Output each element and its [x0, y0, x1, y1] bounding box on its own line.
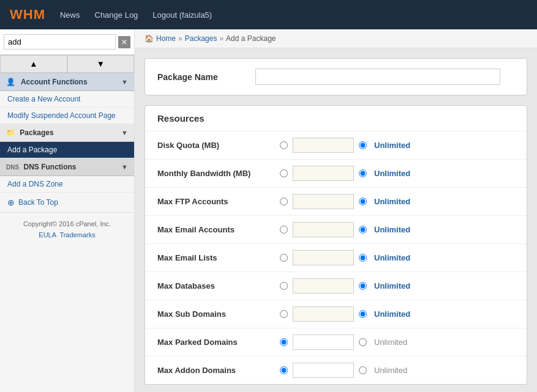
breadcrumb-sep1: » — [178, 34, 182, 43]
resource-input-disk-quota[interactable]: 0 — [293, 138, 354, 153]
resource-radio-unlimited-ftp[interactable] — [359, 198, 367, 205]
eula-link[interactable]: EULA — [39, 231, 56, 239]
nav-up-button[interactable]: ▲ — [0, 55, 67, 73]
dns-functions-icon: DNS — [6, 164, 19, 171]
sidebar: ✕ ▲ ▼ 👤 Account Functions ▼ Create a New… — [0, 29, 135, 392]
dns-functions-toggle: ▼ — [121, 163, 128, 171]
resource-unlimited-email-lists: Unlimited — [374, 253, 410, 262]
resource-unlimited-email-accounts: Unlimited — [374, 225, 410, 234]
resource-input-subdomains[interactable]: 0 — [293, 306, 354, 322]
resource-label-ftp: Max FTP Accounts — [157, 197, 280, 206]
resource-label-email-accounts: Max Email Accounts — [157, 225, 280, 234]
resource-radio-unlimited-email-lists[interactable] — [359, 254, 367, 262]
resource-radio-unlimited-parked[interactable] — [359, 338, 367, 346]
sidebar-item-add-package[interactable]: Add a Package — [0, 142, 134, 158]
resource-radio-unlimited-subdomains[interactable] — [359, 310, 367, 318]
resource-row-parked: Max Parked Domains 0 Unlimited — [145, 328, 527, 357]
breadcrumb-current: Add a Package — [226, 34, 276, 43]
resource-radio-unlimited-databases[interactable] — [359, 282, 367, 290]
account-functions-label: Account Functions — [21, 78, 88, 86]
resource-radio-value-email-lists[interactable] — [280, 254, 288, 262]
resource-radio-value-parked[interactable] — [280, 338, 288, 346]
resource-label-databases: Max Databases — [157, 281, 280, 290]
nav-news[interactable]: News — [60, 10, 80, 20]
resource-radio-value-databases[interactable] — [280, 282, 288, 290]
resource-row-bandwidth: Monthly Bandwidth (MB) 0 Unlimited — [145, 160, 527, 188]
copyright: Copyright© 2016 cPanel, Inc. EULA Tradem… — [0, 213, 134, 246]
packages-toggle: ▼ — [121, 129, 128, 136]
resources-box: Resources Disk Quota (MB) 0 Unlimited Mo… — [145, 105, 527, 385]
resource-controls-bandwidth: 0 Unlimited — [280, 166, 410, 181]
resource-input-bandwidth[interactable]: 0 — [293, 166, 354, 181]
nav-changelog[interactable]: Change Log — [95, 10, 138, 20]
resource-radio-value-subdomains[interactable] — [280, 310, 288, 318]
resource-input-parked[interactable]: 0 — [293, 335, 354, 350]
breadcrumb-home[interactable]: Home — [156, 34, 176, 43]
resource-input-databases[interactable]: 0 — [293, 278, 354, 294]
resource-input-email-accounts[interactable]: 0 — [293, 222, 354, 237]
search-input[interactable] — [4, 34, 116, 50]
resource-unlimited-parked: Unlimited — [374, 338, 407, 347]
sidebar-item-add-dns-zone[interactable]: Add a DNS Zone — [0, 176, 134, 193]
layout: ✕ ▲ ▼ 👤 Account Functions ▼ Create a New… — [0, 29, 537, 392]
resource-controls-ftp: 0 Unlimited — [280, 194, 410, 209]
main-content: 🏠 Home » Packages » Add a Package Packag… — [135, 29, 537, 392]
resource-input-email-lists[interactable]: 0 — [293, 250, 354, 265]
resource-controls-databases: 0 Unlimited — [280, 278, 410, 294]
sidebar-item-create-account[interactable]: Create a New Account — [0, 91, 134, 108]
packages-folder-icon: 📁 — [6, 128, 15, 137]
resource-label-parked: Max Parked Domains — [157, 338, 280, 347]
nav-down-button[interactable]: ▼ — [67, 55, 135, 73]
back-to-top[interactable]: ⊕ Back To Top — [0, 193, 134, 213]
resource-row-ftp: Max FTP Accounts 0 Unlimited — [145, 188, 527, 216]
resource-input-ftp[interactable]: 0 — [293, 194, 354, 209]
resource-radio-value-email-accounts[interactable] — [280, 226, 288, 234]
resource-unlimited-disk-quota: Unlimited — [374, 141, 410, 150]
resource-unlimited-databases: Unlimited — [374, 281, 410, 290]
resource-radio-value-ftp[interactable] — [280, 198, 288, 205]
dns-functions-header[interactable]: DNS DNS Functions ▼ — [0, 158, 134, 176]
breadcrumb-packages[interactable]: Packages — [185, 34, 217, 43]
nav-arrows: ▲ ▼ — [0, 55, 134, 73]
resource-label-disk-quota: Disk Quota (MB) — [157, 141, 280, 150]
resource-input-addon[interactable]: 0 — [293, 363, 354, 378]
resource-label-addon: Max Addon Domains — [157, 366, 280, 375]
resource-row-subdomains: Max Sub Domains 0 Unlimited — [145, 300, 527, 328]
resource-label-email-lists: Max Email Lists — [157, 253, 280, 262]
resource-radio-unlimited-addon[interactable] — [359, 366, 367, 374]
breadcrumb: 🏠 Home » Packages » Add a Package — [135, 29, 537, 48]
trademarks-link[interactable]: Trademarks — [59, 231, 95, 239]
account-functions-header[interactable]: 👤 Account Functions ▼ — [0, 73, 134, 91]
logo: WHM — [10, 7, 45, 23]
resource-row-email-accounts: Max Email Accounts 0 Unlimited — [145, 216, 527, 244]
resource-label-bandwidth: Monthly Bandwidth (MB) — [157, 169, 280, 178]
nav-logout[interactable]: Logout (faizula5) — [152, 10, 212, 20]
content-area: Package Name Resources Disk Quota (MB) 0… — [135, 48, 537, 392]
resource-radio-value-addon[interactable] — [280, 366, 288, 374]
header: WHM News Change Log Logout (faizula5) — [0, 0, 537, 29]
copyright-text: Copyright© 2016 cPanel, Inc. — [23, 220, 111, 227]
resource-controls-email-accounts: 0 Unlimited — [280, 222, 410, 237]
package-name-label: Package Name — [157, 72, 243, 82]
resource-controls-addon: 0 Unlimited — [280, 363, 407, 378]
resource-unlimited-bandwidth: Unlimited — [374, 169, 410, 178]
logo-text: WHM — [10, 7, 45, 22]
resource-row-databases: Max Databases 0 Unlimited — [145, 272, 527, 300]
resource-radio-unlimited-disk-quota[interactable] — [359, 141, 367, 149]
resource-radio-value-bandwidth[interactable] — [280, 169, 288, 177]
resource-radio-unlimited-email-accounts[interactable] — [359, 226, 367, 234]
sidebar-item-modify-suspended[interactable]: Modify Suspended Account Page — [0, 108, 134, 124]
search-clear-button[interactable]: ✕ — [118, 36, 130, 48]
dns-functions-label: DNS Functions — [23, 163, 76, 171]
package-name-input[interactable] — [255, 68, 500, 85]
resource-radio-unlimited-bandwidth[interactable] — [359, 169, 367, 177]
resource-controls-disk-quota: 0 Unlimited — [280, 138, 410, 153]
resource-unlimited-addon: Unlimited — [374, 366, 407, 375]
resource-radio-value-disk-quota[interactable] — [280, 141, 288, 149]
back-to-top-label: Back To Top — [18, 198, 58, 207]
packages-header[interactable]: 📁 Packages ▼ — [0, 124, 134, 142]
resource-controls-email-lists: 0 Unlimited — [280, 250, 410, 265]
package-name-box: Package Name — [145, 58, 527, 95]
resource-row-email-lists: Max Email Lists 0 Unlimited — [145, 244, 527, 272]
breadcrumb-home-icon: 🏠 — [145, 34, 154, 43]
